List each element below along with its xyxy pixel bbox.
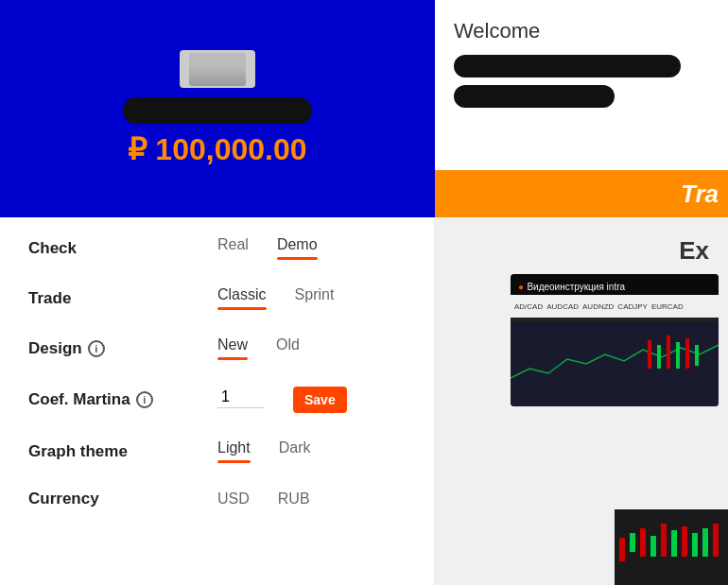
demo-underline [277, 257, 318, 260]
svg-rect-1 [657, 345, 661, 369]
svg-rect-12 [682, 526, 687, 557]
svg-rect-2 [667, 336, 670, 369]
graph-dark[interactable]: Dark [279, 439, 311, 456]
video-toolbar: AD/CAD AUDCAD AUDNZD CADJPY EURCAD [511, 295, 719, 318]
svg-rect-5 [695, 345, 699, 366]
banner-text: Tra [681, 180, 719, 209]
save-button[interactable]: Save [293, 387, 347, 413]
setting-label-coef: Coef. Martina i [28, 390, 217, 409]
candle-chart-bottom [615, 509, 728, 585]
redacted-username [123, 97, 312, 124]
redacted-info-1 [454, 55, 681, 77]
svg-rect-11 [671, 530, 677, 557]
settings-panel: Check Real Demo Trade Classic [0, 217, 435, 585]
setting-row-coef: Coef. Martina i Save [28, 387, 406, 413]
setting-label-trade: Trade [28, 289, 217, 308]
avatar-image [189, 53, 246, 86]
check-real[interactable]: Real [217, 236, 249, 253]
light-underline [217, 460, 251, 463]
classic-underline [217, 307, 267, 310]
setting-row-trade: Trade Classic Sprint [28, 286, 406, 310]
currency-usd[interactable]: USD [217, 490, 250, 508]
svg-rect-10 [661, 524, 667, 557]
setting-label-graph: Graph theme [28, 442, 217, 461]
settings-right-panel: Ex ● Видеоинструкция intra AD/CAD AUDCAD… [435, 217, 728, 585]
settings-section: Check Real Demo Trade Classic [0, 217, 728, 585]
svg-rect-6 [619, 538, 625, 561]
svg-rect-7 [630, 533, 635, 552]
toolbar-item-5: EURCAD [651, 302, 684, 311]
setting-label-check: Check [28, 239, 217, 258]
setting-label-currency: Currency [28, 490, 217, 508]
check-options: Real Demo [217, 236, 318, 260]
svg-rect-0 [648, 340, 651, 369]
redacted-info-2 [454, 85, 615, 108]
svg-rect-3 [676, 342, 680, 369]
candle-svg [615, 509, 728, 585]
trade-options: Classic Sprint [217, 286, 334, 310]
design-old[interactable]: Old [276, 336, 300, 353]
setting-row-check: Check Real Demo [28, 236, 406, 260]
currency-rub[interactable]: RUB [278, 490, 310, 508]
graph-options: Light Dark [217, 439, 310, 463]
design-options: New Old [217, 336, 300, 360]
design-info-icon[interactable]: i [88, 340, 105, 357]
balance-display: ₽ 100,000.00 [128, 131, 306, 167]
new-underline [217, 357, 248, 360]
setting-row-design: Design i New Old [28, 336, 406, 360]
svg-rect-15 [713, 524, 719, 557]
welcome-heading: Welcome [454, 19, 709, 43]
toolbar-item-2: AUDCAD [546, 302, 579, 311]
setting-row-currency: Currency USD RUB [28, 490, 406, 508]
ex-label: Ex [679, 236, 709, 266]
left-panel: ₽ 100,000.00 [0, 0, 435, 217]
orange-banner: Tra [435, 170, 728, 217]
chart-svg [511, 321, 719, 406]
coef-info-icon[interactable]: i [136, 391, 153, 408]
trade-classic[interactable]: Classic [217, 286, 267, 310]
toolbar-item-1: AD/CAD [514, 302, 543, 311]
svg-rect-4 [685, 338, 689, 369]
check-demo[interactable]: Demo [277, 236, 318, 260]
setting-label-design: Design i [28, 339, 217, 358]
graph-light[interactable]: Light [217, 439, 251, 463]
video-chart [511, 321, 719, 406]
coef-input[interactable] [217, 387, 265, 408]
coef-options: Save [217, 387, 347, 413]
toolbar-item-3: AUDNZD [582, 302, 614, 311]
toolbar-item-4: CADJPY [617, 302, 648, 311]
trade-sprint[interactable]: Sprint [295, 286, 335, 303]
setting-row-graph: Graph theme Light Dark [28, 439, 406, 463]
svg-rect-9 [650, 536, 656, 557]
avatar [180, 50, 255, 88]
top-section: ₽ 100,000.00 Welcome Tra [0, 0, 728, 217]
currency-options: USD RUB [217, 490, 310, 508]
video-thumbnail[interactable]: ● Видеоинструкция intra AD/CAD AUDCAD AU… [511, 274, 719, 406]
design-new[interactable]: New [217, 336, 248, 360]
svg-rect-14 [702, 528, 708, 557]
right-panel: Welcome Tra [435, 0, 728, 217]
svg-rect-8 [640, 528, 646, 557]
svg-rect-13 [692, 533, 698, 557]
